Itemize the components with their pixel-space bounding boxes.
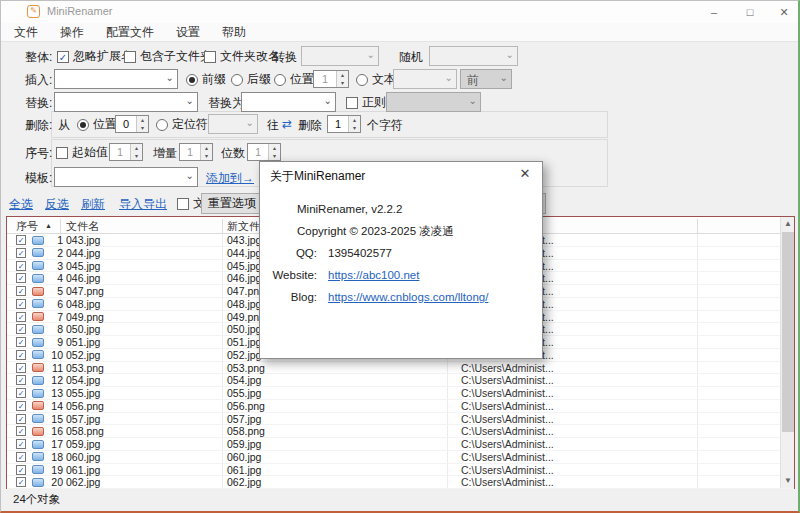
checkbox-rename-folders[interactable]: 文件夹改名: [204, 48, 280, 65]
insert-text-combobox[interactable]: ⌄: [54, 69, 178, 89]
random-combobox[interactable]: ⌄: [429, 46, 518, 66]
header-filename[interactable]: 文件名: [66, 219, 99, 234]
dialog-close-icon[interactable]: ✕: [516, 166, 534, 181]
menu-operation[interactable]: 操作: [49, 24, 95, 41]
menu-profile[interactable]: 配置文件: [95, 24, 165, 41]
vertical-scrollbar[interactable]: ▲ ▼: [780, 217, 794, 488]
menu-file[interactable]: 文件: [3, 24, 49, 41]
blog-link[interactable]: https://www.cnblogs.com/lltong/: [328, 290, 488, 304]
replace-find-combobox[interactable]: ⌄: [54, 92, 198, 112]
menu-settings[interactable]: 设置: [165, 24, 211, 41]
spinner-arrows-icon[interactable]: ▴▾: [136, 116, 148, 132]
table-row[interactable]: ✓ 11 053.png 053.png C:\Users\Administ..…: [7, 362, 794, 375]
refresh-link[interactable]: 刷新: [81, 196, 105, 213]
chevron-down-icon: ⌄: [500, 72, 508, 83]
website-link[interactable]: https://abc100.net: [328, 268, 419, 282]
scrollbar-thumb[interactable]: [782, 232, 794, 432]
sort-ascending-icon[interactable]: ▲: [45, 222, 52, 229]
direction-arrow-icon[interactable]: ⇄: [282, 117, 292, 131]
increment-label: 增量: [153, 145, 177, 162]
row-checkbox-checked[interactable]: ✓: [16, 452, 26, 462]
insert-locator-combobox[interactable]: ⌄: [393, 69, 457, 89]
header-serial[interactable]: 序号: [16, 219, 38, 234]
row-checkbox-checked[interactable]: ✓: [16, 324, 26, 334]
column-divider[interactable]: [60, 219, 61, 233]
spinner-arrows-icon[interactable]: ▴▾: [130, 144, 142, 160]
row-serial: 18: [47, 451, 63, 463]
row-checkbox-checked[interactable]: ✓: [16, 401, 26, 411]
checkbox-ignore-extension[interactable]: ✓忽略扩展名: [57, 48, 133, 65]
increment-spinner[interactable]: 1▴▾: [179, 143, 213, 161]
radio-delete-locator[interactable]: 定位符: [156, 116, 208, 133]
replace-with-combobox[interactable]: ⌄: [241, 92, 336, 112]
reset-options-button[interactable]: 重置选项: [201, 193, 263, 214]
regex-mode-combobox[interactable]: ⌄: [386, 92, 481, 112]
table-row[interactable]: ✓ 20 062.jpg 062.jpg C:\Users\Administ..…: [7, 476, 794, 489]
delete-count-spinner[interactable]: 1▴▾: [327, 115, 361, 133]
import-export-link[interactable]: 导入导出: [119, 196, 167, 213]
row-new-filename: 056.png: [227, 400, 265, 412]
add-to-link[interactable]: 添加到→: [206, 170, 254, 187]
table-row[interactable]: ✓ 13 055.jpg 055.jpg C:\Users\Administ..…: [7, 387, 794, 400]
row-checkbox-checked[interactable]: ✓: [16, 477, 26, 487]
minimize-button[interactable]: –: [705, 4, 723, 20]
spinner-arrows-icon[interactable]: ▴▾: [348, 116, 360, 132]
row-checkbox-checked[interactable]: ✓: [16, 312, 26, 322]
row-checkbox-checked[interactable]: ✓: [16, 375, 26, 385]
row-filename: 044.jpg: [66, 247, 100, 259]
row-checkbox-checked[interactable]: ✓: [16, 273, 26, 283]
row-checkbox-checked[interactable]: ✓: [16, 414, 26, 424]
checkbox-start-value[interactable]: 起始值: [56, 144, 108, 161]
row-checkbox-checked[interactable]: ✓: [16, 261, 26, 271]
table-row[interactable]: ✓ 14 056.png 056.png C:\Users\Administ..…: [7, 400, 794, 413]
radio-delete-position[interactable]: 位置: [77, 116, 117, 133]
radio-prefix[interactable]: 前缀: [186, 71, 226, 88]
table-row[interactable]: ✓ 19 061.jpg 061.jpg C:\Users\Administ..…: [7, 464, 794, 477]
row-checkbox-checked[interactable]: ✓: [16, 248, 26, 258]
delete-locator-combobox[interactable]: ⌄: [208, 114, 258, 134]
template-combobox[interactable]: ⌄: [54, 167, 198, 187]
table-row[interactable]: ✓ 18 060.jpg 060.jpg C:\Users\Administ..…: [7, 451, 794, 464]
object-count: 24个对象: [13, 492, 60, 507]
start-value-spinner[interactable]: 1▴▾: [109, 143, 143, 161]
menu-help[interactable]: 帮助: [211, 24, 257, 41]
row-checkbox-checked[interactable]: ✓: [16, 235, 26, 245]
table-row[interactable]: ✓ 15 057.jpg 057.jpg C:\Users\Administ..…: [7, 413, 794, 426]
select-all-link[interactable]: 全选: [9, 196, 33, 213]
invert-selection-link[interactable]: 反选: [45, 196, 69, 213]
spinner-arrows-icon[interactable]: ▴▾: [336, 71, 348, 87]
row-checkbox-checked[interactable]: ✓: [16, 350, 26, 360]
scroll-down-icon[interactable]: ▼: [781, 474, 795, 488]
row-checkbox-checked[interactable]: ✓: [16, 337, 26, 347]
spinner-arrows-icon[interactable]: ▴▾: [268, 144, 280, 160]
scroll-up-icon[interactable]: ▲: [781, 217, 795, 231]
row-checkbox-checked[interactable]: ✓: [16, 426, 26, 436]
radio-suffix[interactable]: 后缀: [231, 71, 271, 88]
radio-text[interactable]: 文本: [356, 71, 396, 88]
row-checkbox-checked[interactable]: ✓: [16, 388, 26, 398]
insert-side-combobox[interactable]: 前⌄: [460, 69, 512, 89]
convert-combobox[interactable]: ⌄: [301, 46, 379, 66]
delete-position-spinner[interactable]: 0▴▾: [115, 115, 149, 133]
column-divider[interactable]: [697, 219, 698, 233]
row-filename: 055.jpg: [66, 387, 100, 399]
checkbox-include-subfolders[interactable]: 包含子文件夹: [124, 48, 212, 65]
table-row[interactable]: ✓ 12 054.jpg 054.jpg C:\Users\Administ..…: [7, 374, 794, 387]
digits-spinner[interactable]: 1▴▾: [247, 143, 281, 161]
table-row[interactable]: ✓ 16 058.png 058.png C:\Users\Administ..…: [7, 425, 794, 438]
insert-position-spinner[interactable]: 1▴▾: [313, 70, 349, 88]
unchecked-checkbox-icon: [56, 147, 68, 159]
spinner-arrows-icon[interactable]: ▴▾: [200, 144, 212, 160]
close-button[interactable]: ✕: [775, 4, 793, 20]
row-checkbox-checked[interactable]: ✓: [16, 299, 26, 309]
row-path: C:\Users\Administ...: [461, 400, 554, 412]
row-checkbox-checked[interactable]: ✓: [16, 465, 26, 475]
row-checkbox-checked[interactable]: ✓: [16, 439, 26, 449]
column-divider[interactable]: [222, 219, 223, 233]
maximize-button[interactable]: □: [741, 4, 759, 20]
table-row[interactable]: ✓ 17 059.jpg 059.jpg C:\Users\Administ..…: [7, 438, 794, 451]
row-checkbox-checked[interactable]: ✓: [16, 363, 26, 373]
radio-position[interactable]: 位置: [274, 71, 314, 88]
checkbox-regex[interactable]: 正则: [346, 94, 386, 111]
row-checkbox-checked[interactable]: ✓: [16, 286, 26, 296]
